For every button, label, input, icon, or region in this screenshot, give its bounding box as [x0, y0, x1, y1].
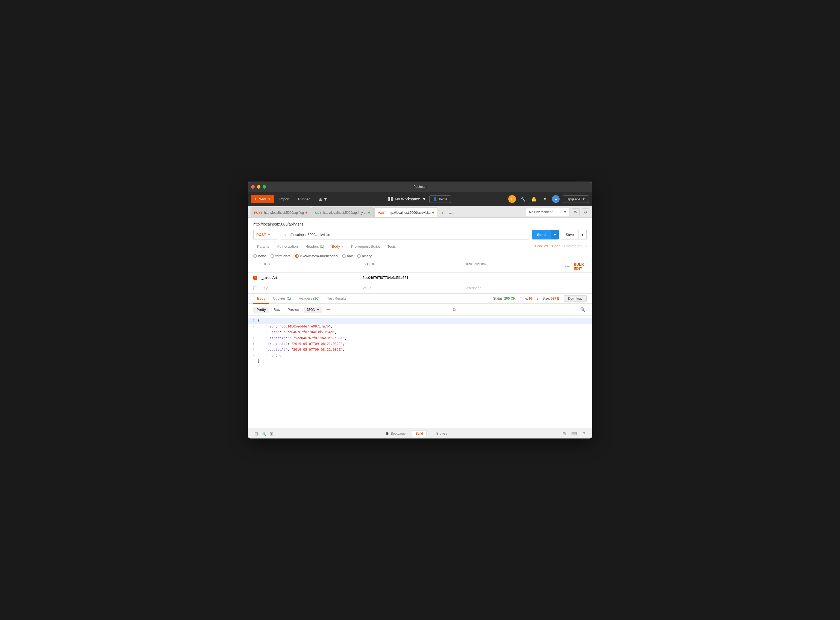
method-dropdown[interactable]: POST ▼	[253, 230, 278, 239]
body-type-none[interactable]: none	[253, 254, 266, 258]
bulk-edit-link[interactable]: Bulk Edit	[574, 262, 587, 271]
form-table-header: KEY VALUE DESCRIPTION ••• Bulk Edit	[248, 261, 592, 272]
save-dropdown-button[interactable]: ▼	[579, 230, 587, 239]
traffic-lights	[251, 185, 266, 189]
sidebar-toggle-icon[interactable]: ▤	[252, 430, 260, 437]
tab-0-url: http://localhost:5000/api/log	[264, 211, 304, 215]
grid-icon	[388, 197, 393, 201]
json-line-5: 5 "createdAt": "2019-05-07T09:08:21.082Z…	[248, 341, 592, 347]
runner-button[interactable]: Runner	[295, 196, 313, 203]
tab-params[interactable]: Params	[253, 242, 273, 251]
body-type-raw[interactable]: raw	[342, 254, 353, 258]
add-tab-button[interactable]: +	[439, 210, 445, 216]
wrap-icon[interactable]: ⇌	[326, 307, 330, 312]
placeholder-key-input[interactable]	[261, 284, 363, 292]
import-button[interactable]: Import	[276, 196, 293, 203]
placeholder-value-input[interactable]	[363, 284, 464, 292]
cookies-count: (1)	[287, 296, 291, 301]
row-checkbox[interactable]: ✓	[253, 276, 257, 280]
tab-authorization[interactable]: Authorization	[273, 242, 302, 251]
body-type-binary[interactable]: binary	[357, 254, 372, 258]
env-eye-button[interactable]: 👁	[572, 208, 580, 216]
save-button[interactable]: Save	[561, 230, 579, 239]
avatar[interactable]: ☁	[552, 195, 560, 203]
tools-button[interactable]: 🔧	[519, 195, 527, 203]
new-button[interactable]: + New ▼	[251, 195, 274, 203]
format-pretty-button[interactable]: Pretty	[253, 307, 269, 313]
tab-body[interactable]: Body ●	[328, 242, 347, 251]
tab-headers-label: Headers (1)	[305, 244, 325, 248]
bottom-bar: ▤ 🔍 ▣ 🎓 Bootcamp Build Browse ⊞ ⌨ ?	[248, 428, 592, 438]
tab-prerequest[interactable]: Pre-request Script	[347, 242, 384, 251]
resp-headers-label: Headers (10)	[299, 296, 319, 301]
time-label: Time: 96 ms	[520, 296, 538, 301]
search-icon[interactable]: 🔍	[579, 306, 587, 313]
send-button[interactable]: Send	[532, 230, 551, 239]
tab-1[interactable]: GET http://localhost:5000/api/my-...	[311, 208, 374, 217]
row-value-input[interactable]	[363, 274, 464, 281]
json-line-4: 4 "_streetArt": "5cc046767f07704e3d51c65…	[248, 336, 592, 341]
upgrade-label: Upgrade	[567, 197, 580, 201]
more-tabs-button[interactable]: •••	[448, 210, 454, 216]
search-bottom-icon[interactable]: 🔍	[260, 430, 267, 437]
copy-icon[interactable]: ⧉	[452, 306, 457, 313]
send-dropdown-button[interactable]: ▼	[551, 230, 559, 239]
format-type-label: JSON	[307, 308, 316, 312]
tab-2[interactable]: POST http://localhost:5000/api/visi...	[374, 208, 438, 217]
plus-icon: +	[254, 197, 257, 202]
resp-tab-test-results[interactable]: Test Results	[323, 293, 350, 304]
placeholder-desc-input[interactable]	[464, 284, 565, 292]
code-link[interactable]: Code	[552, 244, 561, 248]
comments-link[interactable]: Comments (0)	[564, 244, 587, 248]
tab-1-dot	[368, 212, 370, 214]
notifications-button[interactable]: 🔔	[530, 195, 538, 203]
minimize-button[interactable]	[257, 185, 260, 189]
response-tabs-bar: Body Cookies (1) Headers (10) Test Resul…	[248, 293, 592, 304]
help-icon[interactable]: ?	[580, 430, 588, 437]
resp-body-label: Body	[257, 296, 265, 301]
json-line-3: 3 "_user": "5cc046767f07704e3d51c64d",	[248, 330, 592, 335]
size-label: Size: 537 B	[543, 296, 560, 301]
upgrade-button[interactable]: Upgrade ▼	[563, 196, 589, 203]
keyboard-icon[interactable]: ⌨	[570, 430, 578, 437]
format-raw-button[interactable]: Raw	[270, 307, 283, 313]
resp-tab-body[interactable]: Body	[253, 293, 269, 304]
invite-button[interactable]: 👤 Invite	[429, 196, 451, 203]
close-button[interactable]	[251, 185, 255, 189]
resp-headers-count: (10)	[313, 296, 319, 301]
row-key-input[interactable]	[261, 274, 363, 281]
tab-params-label: Params	[257, 244, 269, 248]
resp-tab-headers[interactable]: Headers (10)	[295, 293, 323, 304]
workspace-dropdown-arrow: ▼	[422, 197, 426, 201]
console-icon[interactable]: ▣	[267, 430, 275, 437]
arrange-button[interactable]: ⊞ ▼	[316, 195, 331, 203]
sync-button[interactable]: ↻	[508, 195, 516, 203]
format-preview-button[interactable]: Preview	[284, 307, 303, 313]
format-type-dropdown[interactable]: JSON ▼	[304, 307, 322, 313]
body-type-urlencoded[interactable]: x-www-form-urlencoded	[295, 254, 338, 258]
row-desc-input[interactable]	[464, 274, 565, 281]
resp-test-results-label: Test Results	[327, 296, 347, 301]
tabs-bar: POST http://localhost:5000/api/log GET h…	[248, 206, 592, 218]
tab-body-label: Body	[332, 244, 340, 248]
url-input[interactable]	[280, 230, 530, 239]
col-key-header: KEY	[261, 262, 365, 271]
download-button[interactable]: Download	[564, 295, 587, 302]
browse-nav[interactable]: Browse	[433, 430, 451, 436]
layout-icon[interactable]: ⊞	[561, 430, 568, 437]
resp-tab-cookies[interactable]: Cookies (1)	[269, 293, 295, 304]
cookies-link[interactable]: Cookies	[535, 244, 548, 248]
maximize-button[interactable]	[263, 185, 266, 189]
body-type-formdata[interactable]: form-data	[270, 254, 291, 258]
workspace-button[interactable]: My Workspace ▼	[388, 197, 426, 201]
environment-dropdown[interactable]: No Environment ▼	[526, 208, 570, 216]
tab-tests[interactable]: Tests	[384, 242, 400, 251]
tab-0[interactable]: POST http://localhost:5000/api/log	[251, 208, 311, 217]
build-nav[interactable]: Build	[412, 430, 427, 437]
tab-headers[interactable]: Headers (1)	[302, 242, 328, 251]
env-settings-button[interactable]: ⚙	[582, 208, 589, 216]
bootcamp-link[interactable]: 🎓 Bootcamp	[385, 432, 406, 435]
body-type-bar: none form-data x-www-form-urlencoded raw…	[248, 251, 592, 261]
heart-button[interactable]: ♥	[541, 195, 549, 203]
more-options-icon[interactable]: •••	[565, 264, 570, 269]
